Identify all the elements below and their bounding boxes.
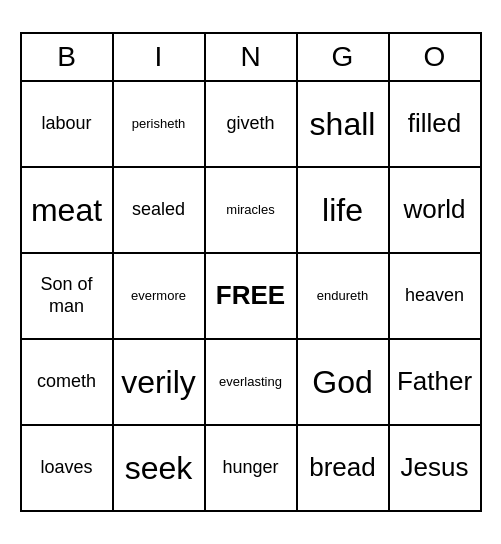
cell-text-1-0: meat — [31, 191, 102, 229]
bingo-cell-1-4: world — [390, 168, 482, 254]
cell-text-3-2: everlasting — [219, 374, 282, 390]
cell-text-2-3: endureth — [317, 288, 368, 304]
bingo-cell-3-2: everlasting — [206, 340, 298, 426]
cell-text-0-2: giveth — [226, 113, 274, 135]
cell-text-1-1: sealed — [132, 199, 185, 221]
cell-text-0-3: shall — [310, 105, 376, 143]
header-letter-o: O — [390, 34, 482, 82]
header-letter-g: G — [298, 34, 390, 82]
bingo-cell-2-0: Son of man — [22, 254, 114, 340]
bingo-row-2: Son of manevermoreFREEendurethheaven — [22, 254, 482, 340]
header-letter-i: I — [114, 34, 206, 82]
bingo-cell-1-1: sealed — [114, 168, 206, 254]
bingo-cell-3-4: Father — [390, 340, 482, 426]
cell-text-3-1: verily — [121, 363, 196, 401]
bingo-cell-2-3: endureth — [298, 254, 390, 340]
header-letter-b: B — [22, 34, 114, 82]
bingo-row-0: labourperishethgivethshallfilled — [22, 82, 482, 168]
cell-text-1-4: world — [403, 194, 465, 225]
header-letter-n: N — [206, 34, 298, 82]
cell-text-3-3: God — [312, 363, 372, 401]
bingo-row-4: loavesseekhungerbreadJesus — [22, 426, 482, 512]
cell-text-4-0: loaves — [40, 457, 92, 479]
bingo-header: BINGO — [22, 34, 482, 82]
cell-text-4-2: hunger — [222, 457, 278, 479]
bingo-cell-4-2: hunger — [206, 426, 298, 512]
bingo-cell-3-3: God — [298, 340, 390, 426]
bingo-cell-1-0: meat — [22, 168, 114, 254]
cell-text-4-1: seek — [125, 449, 193, 487]
bingo-cell-0-2: giveth — [206, 82, 298, 168]
bingo-cell-3-1: verily — [114, 340, 206, 426]
cell-text-3-0: cometh — [37, 371, 96, 393]
bingo-cell-3-0: cometh — [22, 340, 114, 426]
cell-text-2-2: FREE — [216, 280, 285, 311]
cell-text-4-4: Jesus — [401, 452, 469, 483]
bingo-cell-2-1: evermore — [114, 254, 206, 340]
cell-text-0-4: filled — [408, 108, 461, 139]
cell-text-2-4: heaven — [405, 285, 464, 307]
bingo-cell-4-4: Jesus — [390, 426, 482, 512]
cell-text-1-2: miracles — [226, 202, 274, 218]
bingo-card: BINGO labourperishethgivethshallfilledme… — [20, 32, 482, 512]
bingo-row-1: meatsealedmiracleslifeworld — [22, 168, 482, 254]
bingo-cell-1-2: miracles — [206, 168, 298, 254]
cell-text-2-0: Son of man — [26, 274, 108, 317]
cell-text-1-3: life — [322, 191, 363, 229]
bingo-cell-4-3: bread — [298, 426, 390, 512]
bingo-cell-4-1: seek — [114, 426, 206, 512]
cell-text-3-4: Father — [397, 366, 472, 397]
bingo-cell-0-1: perisheth — [114, 82, 206, 168]
cell-text-4-3: bread — [309, 452, 376, 483]
bingo-cell-2-2: FREE — [206, 254, 298, 340]
cell-text-0-0: labour — [41, 113, 91, 135]
bingo-cell-0-0: labour — [22, 82, 114, 168]
bingo-cell-0-3: shall — [298, 82, 390, 168]
bingo-cell-1-3: life — [298, 168, 390, 254]
cell-text-0-1: perisheth — [132, 116, 185, 132]
cell-text-2-1: evermore — [131, 288, 186, 304]
bingo-row-3: comethverilyeverlastingGodFather — [22, 340, 482, 426]
bingo-cell-2-4: heaven — [390, 254, 482, 340]
bingo-cell-4-0: loaves — [22, 426, 114, 512]
bingo-cell-0-4: filled — [390, 82, 482, 168]
